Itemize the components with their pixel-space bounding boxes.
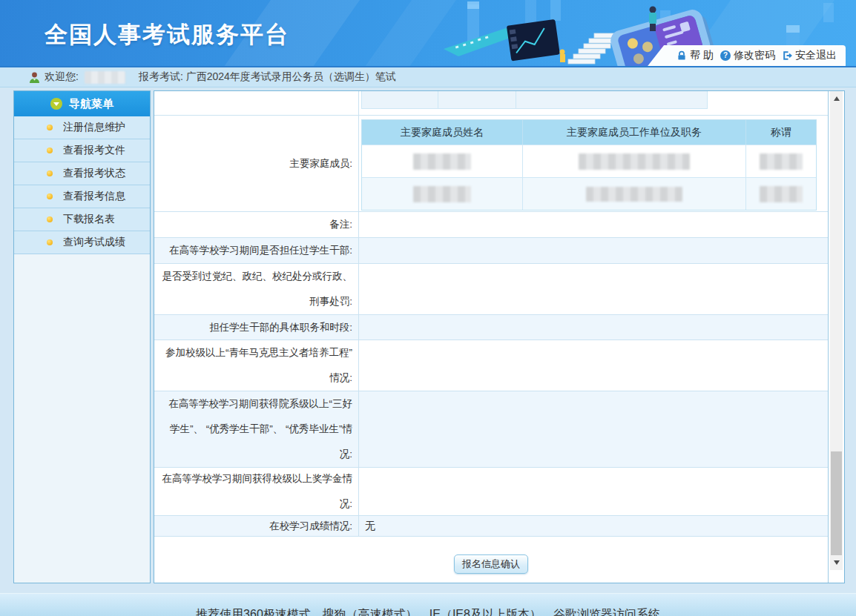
partial-cell [362, 91, 438, 109]
question-icon [720, 50, 731, 61]
family-members-table: 主要家庭成员姓名 主要家庭成员工作单位及职务 称谓 [361, 119, 817, 211]
sidebar-item-view-exam-files[interactable]: 查看报考文件 [14, 139, 150, 162]
sidebar-item-label: 查看报考文件 [63, 144, 125, 157]
sidebar-item-label: 查看报考信息 [63, 190, 125, 203]
redacted-workunit [579, 153, 690, 170]
row-label: 在高等学校学习期间是否担任过学生干部: [162, 238, 352, 263]
confirm-registration-button[interactable]: 报名信息确认 [454, 554, 528, 574]
row-value [359, 468, 828, 515]
change-password-link[interactable]: 修改密码 [720, 49, 775, 62]
row-value: 无 [359, 516, 828, 536]
logout-label: 安全退出 [795, 49, 837, 62]
partial-cell [516, 91, 708, 109]
table-row-cadre-position-period: 担任学生干部的具体职务和时段: [154, 315, 828, 340]
row-label: 参加校级以上“青年马克思主义者培养工程”情况: [162, 340, 352, 391]
bullet-icon [47, 193, 53, 199]
exam-info-text: 报考考试: 广西2024年度考试录用公务员（选调生）笔试 [139, 70, 396, 84]
username-redacted [85, 71, 125, 84]
page-footer: 推荐使用360极速模式、搜狗（高速模式）、IE（IE8及以上版本）、谷歌浏览器访… [0, 593, 856, 616]
bullet-icon [47, 216, 53, 222]
row-value [359, 212, 828, 237]
redacted-relation [760, 153, 803, 170]
browser-recommendation-text: 推荐使用360极速模式、搜狗（高速模式）、IE（IE8及以上版本）、谷歌浏览器访… [196, 607, 660, 616]
family-table-header-row: 主要家庭成员姓名 主要家庭成员工作单位及职务 称谓 [362, 120, 816, 145]
family-header-relation: 称谓 [746, 120, 816, 145]
table-row-academic-record: 在校学习成绩情况: 无 [154, 516, 828, 537]
user-avatar-icon [28, 71, 41, 84]
bullet-icon [47, 125, 53, 130]
partial-cell [438, 91, 516, 109]
table-row-partial [154, 91, 828, 116]
row-value-cell: 主要家庭成员姓名 主要家庭成员工作单位及职务 称谓 [359, 116, 828, 211]
row-value [359, 238, 828, 263]
bullet-icon [47, 148, 53, 153]
sidebar-nav-menu-header[interactable]: 导航菜单 [14, 91, 150, 116]
exit-icon [782, 50, 792, 61]
scrollbar-thumb[interactable] [831, 451, 842, 555]
sidebar-item-register-info[interactable]: 注册信息维护 [14, 116, 150, 139]
row-value [359, 264, 828, 314]
family-header-name: 主要家庭成员姓名 [362, 120, 523, 145]
registration-info-table: 主要家庭成员: 主要家庭成员姓名 主要家庭成员工作单位及职务 称谓 [154, 91, 829, 583]
table-row-marxist-program: 参加校级以上“青年马克思主义者培养工程”情况: [154, 340, 828, 391]
row-label: 在高等学校学习期间获得院系级以上“三好学生”、 “优秀学生干部”、 “优秀毕业生… [162, 391, 352, 467]
sidebar-item-view-exam-status[interactable]: 查看报考状态 [14, 162, 150, 185]
page-title: 全国人事考试服务平台 [45, 19, 289, 50]
help-label: 帮 助 [690, 49, 714, 62]
sidebar-item-download-form[interactable]: 下载报名表 [14, 208, 150, 231]
sidebar-item-label: 注册信息维护 [63, 121, 125, 134]
table-row-discipline-punishment: 是否受到过党纪、政纪、校纪处分或行政、刑事处罚: [154, 264, 828, 315]
row-value [359, 340, 828, 391]
row-label-cell [154, 91, 359, 115]
welcome-label: 欢迎您: [45, 70, 79, 84]
row-label-cell: 主要家庭成员: [154, 116, 359, 211]
row-value [359, 315, 828, 340]
family-header-workunit: 主要家庭成员工作单位及职务 [523, 120, 746, 145]
sidebar-item-label: 查看报考状态 [63, 167, 125, 180]
row-label: 是否受到过党纪、政纪、校纪处分或行政、刑事处罚: [162, 264, 352, 314]
table-row-student-cadre: 在高等学校学习期间是否担任过学生干部: [154, 238, 828, 264]
family-table-row [362, 177, 816, 210]
sidebar-item-query-scores[interactable]: 查询考试成绩 [14, 231, 150, 254]
sidebar-item-view-exam-info[interactable]: 查看报考信息 [14, 185, 150, 208]
main-content-panel: 主要家庭成员: 主要家庭成员姓名 主要家庭成员工作单位及职务 称谓 [154, 90, 845, 583]
change-password-label: 修改密码 [734, 49, 775, 62]
sidebar-item-label: 查询考试成绩 [63, 236, 125, 249]
row-value-cell [359, 91, 828, 115]
scroll-up-arrow[interactable] [830, 93, 843, 105]
scroll-down-arrow[interactable] [830, 557, 843, 569]
redacted-name [413, 153, 471, 170]
row-label: 备注: [162, 212, 352, 237]
help-link[interactable]: 帮 助 [676, 49, 714, 62]
redacted-relation [760, 186, 803, 202]
bullet-icon [47, 239, 53, 245]
sidebar-item-label: 下载报名表 [63, 213, 115, 226]
welcome-bar: 欢迎您: 报考考试: 广西2024年度考试录用公务员（选调生）笔试 [0, 67, 856, 87]
table-row-remarks: 备注: [154, 212, 828, 238]
vertical-scrollbar[interactable] [830, 91, 843, 570]
redacted-name [413, 186, 471, 202]
lock-icon [676, 50, 687, 61]
partial-nested-table [361, 91, 710, 109]
logout-link[interactable]: 安全退出 [782, 49, 837, 62]
row-label: 担任学生干部的具体职务和时段: [162, 315, 352, 340]
redacted-workunit [586, 187, 682, 202]
app-header: 全国人事考试服务平台 帮 助 修改密码 安全退出 [0, 0, 856, 67]
table-row-scholarship: 在高等学校学习期间获得校级以上奖学金情况: [154, 468, 828, 516]
table-row-honors: 在高等学校学习期间获得院系级以上“三好学生”、 “优秀学生干部”、 “优秀毕业生… [154, 391, 828, 468]
header-links-bar: 帮 助 修改密码 安全退出 [648, 45, 846, 66]
table-row-family-members: 主要家庭成员: 主要家庭成员姓名 主要家庭成员工作单位及职务 称谓 [154, 116, 828, 212]
sidebar: 导航菜单 注册信息维护 查看报考文件 查看报考状态 查看报考信息 下载报名表 查… [13, 90, 151, 583]
family-members-label: 主要家庭成员: [162, 151, 352, 176]
row-value [359, 391, 828, 467]
arrow-down-icon [834, 560, 840, 568]
family-table-row [362, 145, 816, 177]
bullet-icon [47, 170, 53, 176]
row-label: 在高等学校学习期间获得校级以上奖学金情况: [162, 466, 352, 517]
button-zone: 报名信息确认 [154, 537, 828, 583]
sidebar-title: 导航菜单 [69, 97, 113, 111]
arrow-up-icon [834, 93, 840, 101]
row-label: 在校学习成绩情况: [162, 514, 352, 539]
collapse-circle-icon [50, 98, 62, 110]
